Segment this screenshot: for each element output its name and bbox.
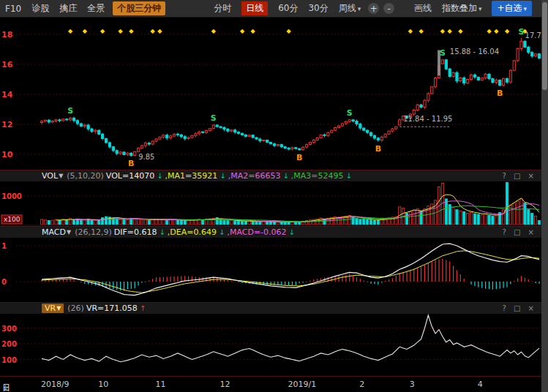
macd-panel-controls: ? □ × <box>497 228 534 236</box>
chart-label: 9.85 <box>138 153 154 161</box>
period-30min[interactable]: 30分 <box>308 2 328 15</box>
menu-stock-3min[interactable]: 个股三分钟 <box>113 1 165 15</box>
help-icon[interactable]: ? <box>502 304 506 312</box>
menu-f10[interactable]: F10 <box>5 4 21 14</box>
time-axis: 日线↓ 2018/91011122019/1234 <box>0 376 541 392</box>
chart-label: S <box>519 27 525 37</box>
macd-indicator-name: MACD <box>42 227 66 237</box>
chart-label: ◆ <box>458 28 463 34</box>
x-axis-month-label: 11 <box>155 380 165 389</box>
chart-label: ◆ <box>487 28 492 34</box>
macd-params: (26,12,9) <box>75 227 112 237</box>
index-overlay-dropdown[interactable]: 指数叠加 ▾ <box>442 2 482 15</box>
chart-label: ◆ <box>448 28 453 34</box>
volume-chart[interactable]: 1000x100 <box>0 181 541 226</box>
period-weekly-label: 周线 <box>339 2 356 15</box>
vr-indicator-name: VR <box>45 304 56 313</box>
main-candlestick-chart[interactable]: 1816141210◆◆◆◆◆◆◆◆◆◆◆◆◆◆◆◆◆◆◆◆SBSBSBSBS9… <box>0 18 541 170</box>
chart-label: 10 <box>1 150 13 159</box>
period-intraday[interactable]: 分时 <box>214 2 231 15</box>
add-watchlist-button[interactable]: +自选 ▾ <box>492 1 532 16</box>
x-axis-month-label: 2018/9 <box>41 380 70 389</box>
vertical-scrollbar[interactable] <box>541 0 548 392</box>
close-icon[interactable]: × <box>528 228 534 236</box>
arrow-down-icon: ↓ <box>289 228 295 236</box>
chart-label: ◆ <box>505 28 510 34</box>
chart-label: ◆ <box>68 28 73 34</box>
chart-label: ◆ <box>440 28 446 34</box>
vr-panel-header: VR ▼ (26) VR=171.058↑ ? □ × <box>0 302 541 314</box>
chart-label: S <box>347 108 353 118</box>
chart-label: 12 <box>1 120 12 129</box>
chevron-down-icon: ▼ <box>56 305 61 312</box>
chart-label: ◆ <box>418 28 424 34</box>
chart-label: ◆ <box>157 28 162 34</box>
indicator-value: VOL=14070 <box>106 171 154 181</box>
macd-panel-header: MACD ▼ (26,12,9) DIF=0.618↓,DEA=0.649↓,M… <box>0 226 541 238</box>
chevron-down-icon: ▾ <box>358 5 361 12</box>
chart-label: ◆ <box>251 28 256 34</box>
vol-indicator-selector[interactable]: VOL ▼ <box>42 171 63 181</box>
x-axis-month-label: 2019/1 <box>288 380 316 389</box>
chart-label: 1 <box>1 242 7 250</box>
indicator-value: ,MA3=52495 <box>291 171 344 181</box>
vr-params: (26) <box>67 304 84 313</box>
period-daily[interactable]: 日线 <box>241 1 268 15</box>
chart-label: S <box>211 113 217 123</box>
chart-label: ◆ <box>211 28 217 34</box>
expand-icon[interactable]: □ <box>514 304 520 312</box>
draw-line-button[interactable]: 画线 <box>414 2 432 15</box>
menu-diagnose-stock[interactable]: 诊股 <box>31 2 49 15</box>
indicator-value: ,MACD=-0.062 <box>227 227 286 237</box>
expand-icon[interactable]: □ <box>514 228 520 236</box>
stock-chart-window: F10 诊股 擒庄 全景 个股三分钟 分时 日线 60分 30分 周线 ▾ + … <box>0 0 548 392</box>
chart-label: 1000 <box>1 192 22 200</box>
period-switcher: 分时 日线 60分 30分 周线 ▾ + - <box>209 1 397 15</box>
chevron-down-icon: ▾ <box>523 5 527 12</box>
zoom-in-button[interactable]: + <box>368 3 379 14</box>
scrollbar-thumb[interactable] <box>542 2 547 90</box>
arrow-down-icon: ↓ <box>2 382 9 392</box>
chart-label: 15.88 - 16.04 <box>450 48 499 56</box>
vr-chart[interactable]: 300200100 <box>0 314 541 376</box>
arrow-down-icon: ↓ <box>282 172 288 180</box>
chart-label: B <box>497 88 503 98</box>
help-icon[interactable]: ? <box>502 172 506 180</box>
vol-indicator-name: VOL <box>42 171 58 181</box>
period-60min[interactable]: 60分 <box>278 2 298 15</box>
toolbar-right-group: 画线 指数叠加 ▾ +自选 ▾ <box>409 1 537 16</box>
macd-indicator-selector[interactable]: MACD ▼ <box>42 227 71 237</box>
indicator-value: VR=171.058 <box>86 304 138 313</box>
macd-values: DIF=0.618↓,DEA=0.649↓,MACD=-0.062↓ <box>112 227 295 237</box>
arrow-down-icon: ↓ <box>157 172 162 180</box>
chart-label: ◆ <box>100 28 105 34</box>
chevron-down-icon: ▼ <box>59 173 63 179</box>
chart-label: ◆ <box>494 28 499 34</box>
chart-label: 0 <box>1 278 7 286</box>
indicator-value: ,MA1=35921 <box>165 171 218 181</box>
add-watchlist-label: +自选 <box>497 2 522 15</box>
arrow-down-icon: ↓ <box>219 172 225 180</box>
vol-panel-header: VOL ▼ (5,10,20) VOL=14070↓,MA1=35921↓,MA… <box>0 170 541 181</box>
chart-label: ◆ <box>83 28 88 34</box>
close-icon[interactable]: × <box>528 304 534 312</box>
help-icon[interactable]: ? <box>502 228 506 236</box>
chart-label: ◆ <box>129 28 134 34</box>
vol-values: VOL=14070↓,MA1=35921↓,MA2=66653↓,MA3=524… <box>104 171 352 181</box>
arrow-up-icon: ↑ <box>140 304 146 312</box>
macd-chart[interactable]: 10 <box>0 238 541 302</box>
menu-panorama[interactable]: 全景 <box>87 2 105 15</box>
zoom-out-button[interactable]: - <box>383 3 394 14</box>
index-overlay-label: 指数叠加 <box>442 2 477 15</box>
x-axis-month-label: 2 <box>359 380 364 389</box>
expand-icon[interactable]: □ <box>514 172 520 180</box>
x-axis-month-label: 10 <box>98 380 108 389</box>
x-axis-month-label: 3 <box>410 380 415 389</box>
menu-catch-banker[interactable]: 擒庄 <box>59 2 77 15</box>
chart-label: 18 <box>1 30 12 39</box>
period-weekly-dropdown[interactable]: 周线 ▾ <box>339 2 361 15</box>
close-icon[interactable]: × <box>528 172 534 180</box>
vr-values: VR=171.058↑ <box>84 304 146 313</box>
chart-label: x100 <box>4 216 20 223</box>
vr-indicator-selector[interactable]: VR ▼ <box>42 304 64 313</box>
